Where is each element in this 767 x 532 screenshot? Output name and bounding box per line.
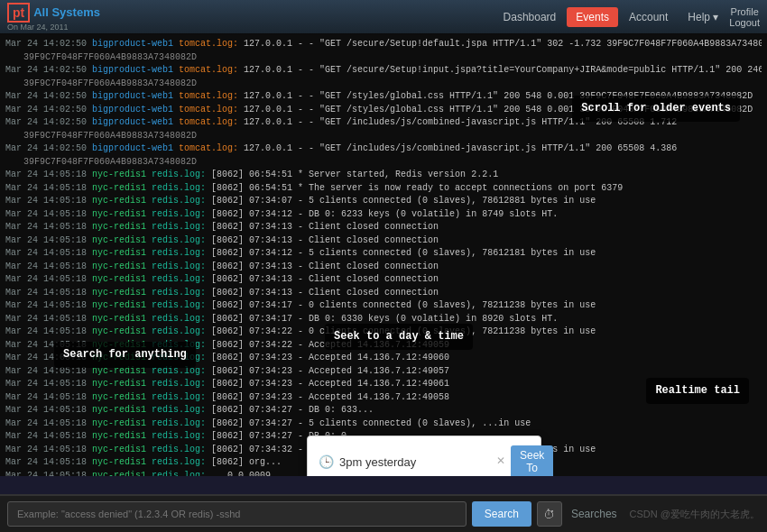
log-line: Mar 24 14:05:18 nyc-redis1 redis.log: [8… bbox=[5, 234, 762, 248]
logo-pt: pt bbox=[7, 3, 30, 23]
searches-button[interactable]: Searches bbox=[568, 508, 621, 520]
profile-bottom-label: Logout bbox=[729, 17, 760, 28]
watermark-text: CSDN @爱吃牛肉的大老虎。 bbox=[630, 508, 760, 521]
search-input[interactable] bbox=[7, 501, 467, 527]
tooltip-seek: Seek to a day & time bbox=[325, 324, 473, 350]
logo-date: On Mar 24, 2011 bbox=[7, 23, 100, 32]
profile-top-label: Profile bbox=[731, 6, 759, 17]
log-line: 39F9C7F048F7F060A4B9883A7348082D bbox=[5, 51, 762, 65]
tooltip-realtime: Realtime tail bbox=[646, 378, 749, 404]
nav-account[interactable]: Account bbox=[620, 7, 677, 27]
nav-dashboard[interactable]: Dashboard bbox=[494, 7, 566, 27]
seek-input[interactable] bbox=[339, 455, 491, 469]
logo-area: pt All Systems On Mar 24, 2011 bbox=[7, 3, 100, 32]
log-line: Mar 24 14:05:18 nyc-redis1 redis.log: [8… bbox=[5, 404, 762, 417]
seek-popup[interactable]: 🕒 ✕ Seek To See Examples or Hide Sun Jan… bbox=[307, 436, 541, 476]
topnav: pt All Systems On Mar 24, 2011 Dashboard… bbox=[0, 0, 767, 34]
log-line: Mar 24 14:05:18 nyc-redis1 redis.log: [8… bbox=[5, 261, 762, 274]
seek-clear-button[interactable]: ✕ bbox=[496, 454, 505, 469]
log-line: Mar 24 14:02:50 bigproduct-web1 tomcat.l… bbox=[5, 38, 762, 51]
nav-events[interactable]: Events bbox=[567, 7, 618, 27]
log-line: Mar 24 14:05:18 nyc-redis1 redis.log: [8… bbox=[5, 273, 762, 287]
log-line: Mar 24 14:05:18 nyc-redis1 redis.log: [8… bbox=[5, 169, 762, 182]
log-area: Mar 24 14:02:50 bigproduct-web1 tomcat.l… bbox=[0, 34, 767, 476]
log-line: 39F9C7F048F7F060A4B9883A7348082D bbox=[5, 78, 762, 91]
log-line: Mar 24 14:05:18 nyc-redis1 redis.log: [8… bbox=[5, 195, 762, 208]
clock-icon: 🕒 bbox=[319, 453, 334, 471]
bottom-bar: Search ⏱ Searches CSDN @爱吃牛肉的大老虎。 bbox=[0, 494, 767, 532]
log-line: Mar 24 14:05:18 nyc-redis1 redis.log: [8… bbox=[5, 299, 762, 313]
log-line: 39F9C7F048F7F060A4B9883A7348082D bbox=[5, 130, 762, 143]
log-line: Mar 24 14:05:18 nyc-redis1 redis.log: [8… bbox=[5, 208, 762, 222]
log-line: Mar 24 14:05:18 nyc-redis1 redis.log: [8… bbox=[5, 287, 762, 300]
tooltip-scroll: Scroll for older events bbox=[572, 96, 740, 122]
nav-help[interactable]: Help ▾ bbox=[679, 7, 727, 27]
nav-profile[interactable]: Profile Logout bbox=[729, 6, 760, 28]
seek-to-button[interactable]: Seek To bbox=[511, 445, 553, 476]
tooltip-search: Search for anything bbox=[54, 342, 196, 368]
log-line: Mar 24 14:05:18 nyc-redis1 redis.log: [8… bbox=[5, 247, 762, 261]
log-line: Mar 24 14:05:18 nyc-redis1 redis.log: [8… bbox=[5, 221, 762, 234]
logo-text: All Systems bbox=[33, 5, 100, 19]
log-line: Mar 24 14:02:50 bigproduct-web1 tomcat.l… bbox=[5, 142, 762, 156]
seek-input-row: 🕒 ✕ Seek To bbox=[319, 445, 530, 476]
nav-items: Dashboard Events Account Help ▾ Profile … bbox=[494, 6, 760, 28]
clock-icon: ⏱ bbox=[543, 508, 555, 521]
log-line: Mar 24 14:05:18 nyc-redis1 redis.log: [8… bbox=[5, 182, 762, 196]
clock-button[interactable]: ⏱ bbox=[537, 501, 562, 527]
log-line: 39F9C7F048F7F060A4B9883A7348082D bbox=[5, 156, 762, 170]
log-line: Mar 24 14:02:50 bigproduct-web1 tomcat.l… bbox=[5, 64, 762, 78]
search-button[interactable]: Search bbox=[472, 501, 531, 527]
log-line: Mar 24 14:05:18 nyc-redis1 redis.log: [8… bbox=[5, 417, 762, 431]
